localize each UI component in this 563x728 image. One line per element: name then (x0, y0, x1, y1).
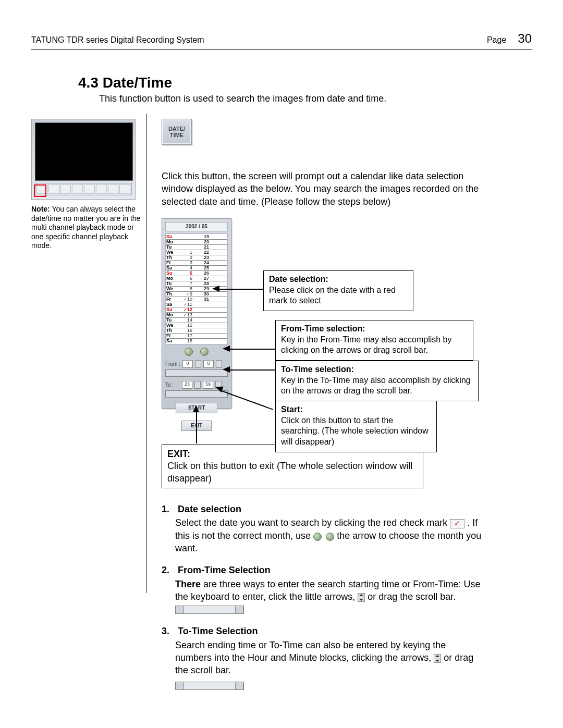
calendar-row[interactable]: Mo✓13 (166, 313, 227, 318)
callout-body: Click on this button to start the search… (281, 415, 431, 448)
month-nav (165, 348, 228, 356)
to-label: To : (165, 382, 174, 388)
date-time-panel: 2002 / 05 Su19Mo20Tu21We122Th223Fr324Sa4… (162, 218, 231, 409)
steps-list: 1. Date selection Select the date you wa… (162, 503, 485, 692)
arrow-head-icon (223, 346, 230, 352)
from-min-stepper[interactable] (216, 360, 222, 368)
red-check-icon: ✓ (450, 519, 464, 528)
arrow-head-icon (193, 405, 199, 412)
calendar-row[interactable]: Th16 (166, 328, 227, 334)
calendar-row[interactable]: Mo20 (166, 240, 227, 245)
callout-body: Key in the From-Time may also accomplish… (281, 335, 468, 356)
toolbar-btn (60, 184, 71, 194)
page-label: Page (487, 35, 506, 45)
calendar-row[interactable]: Tu21 (166, 245, 227, 250)
section-intro: This function button is used to search t… (99, 93, 532, 104)
from-hour-input[interactable]: 0 (182, 360, 193, 368)
video-area (35, 122, 133, 181)
calendar-row[interactable]: Th223 (166, 255, 227, 261)
toolbar-btn (48, 184, 59, 194)
side-note: Note: You can always select the date/tim… (31, 205, 141, 251)
arrow-line (219, 289, 263, 290)
callout-title: Start: (281, 404, 431, 415)
calendar-row[interactable]: Tu14 (166, 318, 227, 323)
divider-line (146, 114, 146, 593)
calendar-row[interactable]: Fr17 (166, 334, 227, 339)
diagram: 2002 / 05 Su19Mo20Tu21We122Th223Fr324Sa4… (162, 218, 485, 479)
manual-page: TATUNG TDR series Digital Recording Syst… (0, 0, 563, 728)
step-text: or drag the scroll bar. (368, 591, 456, 602)
step-number: 1. (162, 503, 175, 515)
from-row: From : 0 0 (165, 360, 228, 368)
step-title: To-Time Selection (178, 626, 258, 636)
to-hour-input[interactable]: 23 (182, 381, 192, 389)
page-number: 30 (518, 31, 532, 46)
toolbar-btn (84, 184, 95, 194)
page-header: TATUNG TDR series Digital Recording Syst… (31, 31, 532, 50)
next-month-icon[interactable] (200, 348, 209, 356)
to-min-input[interactable]: 59 (203, 381, 213, 389)
scrollbar-icon (175, 606, 244, 614)
arrow-line (229, 369, 275, 371)
arrow-line (196, 411, 197, 443)
calendar-row[interactable]: Th✓930 (166, 292, 227, 297)
from-label: From : (165, 361, 180, 367)
step-text-bold: There (175, 579, 201, 589)
from-hour-stepper[interactable] (195, 360, 201, 368)
section-heading: 4.3 Date/Time (78, 75, 532, 91)
calendar-row[interactable]: Su✓12 (166, 307, 227, 313)
calendar-row[interactable]: Mo627 (166, 276, 227, 281)
calendar-row[interactable]: Sa18 (166, 339, 227, 343)
callout-title: Date selection: (269, 274, 408, 285)
spin-arrows-icon (434, 654, 441, 663)
calendar-row[interactable]: Fr324 (166, 261, 227, 266)
from-scrollbar[interactable] (165, 369, 228, 377)
calendar-row[interactable]: Fr✓1031 (166, 297, 227, 302)
calendar-row[interactable]: We122 (166, 250, 227, 255)
highlight-box (34, 184, 46, 197)
toolbar-btn (96, 184, 107, 194)
callout-from: From-Time selection: Key in the From-Tim… (275, 320, 473, 361)
step-title: Date selection (178, 504, 241, 514)
toolbar-btn (108, 184, 119, 194)
callout-to: To-Time selection: Key in the To-Time ma… (275, 361, 479, 401)
doc-title: TATUNG TDR series Digital Recording Syst… (31, 35, 204, 45)
date-time-button[interactable]: DATE/ TIME (162, 119, 192, 145)
date-time-button-label: DATE/ TIME (168, 126, 185, 138)
panel-month: 2002 / 05 (165, 222, 228, 231)
from-min-input[interactable]: 0 (203, 360, 214, 368)
step-number: 3. (162, 625, 175, 637)
step-text: Search ending time or To-Time can also b… (175, 640, 446, 663)
prev-month-icon[interactable] (185, 348, 193, 356)
callout-date: Date selection: Please click on the date… (263, 270, 413, 311)
arrow-line (229, 349, 275, 350)
playback-thumbnail (31, 119, 136, 200)
playback-toolbar (35, 183, 132, 195)
arrow-head-icon (223, 366, 230, 373)
step-3: 3. To-Time Selection Search ending time … (162, 625, 485, 691)
calendar-row[interactable]: Sa425 (166, 266, 227, 271)
scrollbar-icon (175, 682, 244, 690)
intro-paragraph: Click this button, the screen will promp… (162, 170, 485, 208)
step-1: 1. Date selection Select the date you wa… (162, 503, 485, 554)
callout-title: From-Time selection: (281, 324, 468, 335)
callout-start: Start: Click on this button to start the… (275, 401, 437, 452)
to-hour-stepper[interactable] (194, 381, 201, 389)
callout-body: Please click on the date with a red mark… (269, 285, 408, 307)
arrow-head-icon (212, 286, 219, 292)
step-text: Select the date you want to search by cl… (175, 517, 450, 528)
calendar-row[interactable]: Su19 (166, 235, 227, 240)
step-title: From-Time Selection (178, 565, 271, 575)
toolbar-btn (119, 184, 130, 194)
callout-title: To-Time selection: (281, 364, 473, 375)
toolbar-btn (72, 184, 83, 194)
step-2: 2. From-Time Selection There are three w… (162, 564, 485, 615)
note-prefix: Note: (31, 205, 50, 213)
step-number: 2. (162, 564, 175, 576)
calendar-row[interactable]: Su526 (166, 271, 227, 276)
calendar-row[interactable]: Sa✓11 (166, 302, 227, 307)
month-arrows-icon (313, 532, 334, 540)
calendar-row[interactable]: We15 (166, 323, 227, 328)
spin-arrows-icon (358, 593, 365, 602)
callout-body: Key in the To-Time may also accomplish b… (281, 375, 473, 397)
